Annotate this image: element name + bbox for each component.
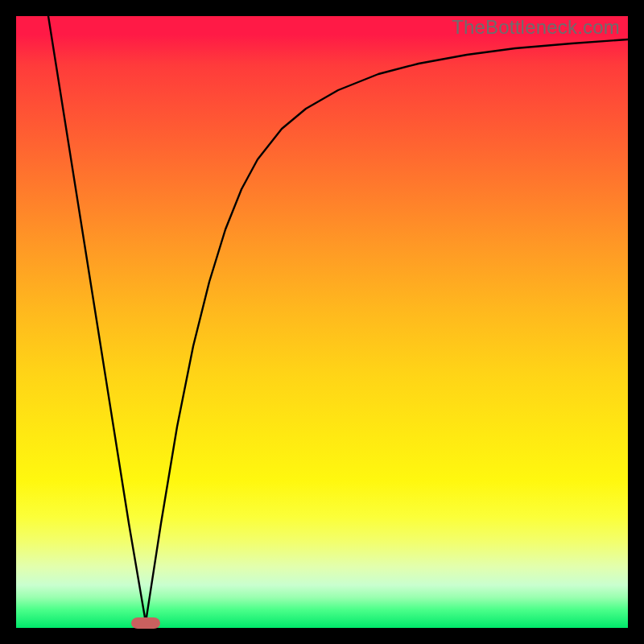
- chart-frame: TheBottleneck.com: [0, 0, 644, 644]
- curve-right-branch: [146, 39, 628, 622]
- curve-left-branch: [48, 16, 146, 622]
- curve-layer: [16, 16, 628, 628]
- minimum-marker: [131, 617, 160, 629]
- plot-area: TheBottleneck.com: [16, 16, 628, 628]
